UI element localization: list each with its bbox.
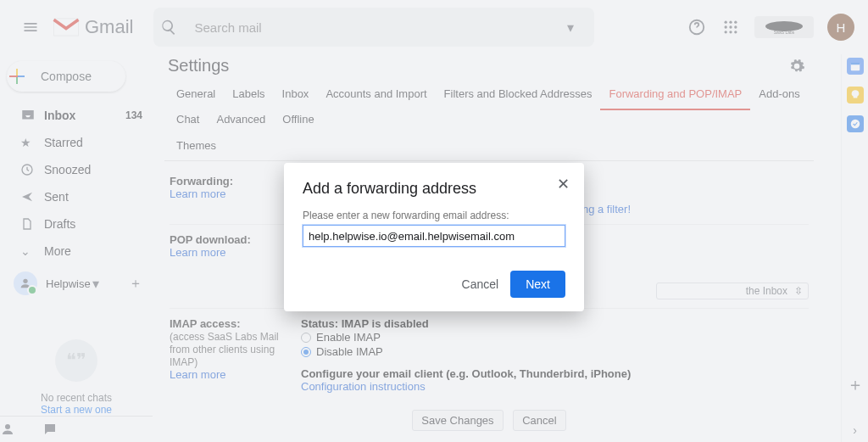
tab-accounts[interactable]: Accounts and Import	[317, 84, 435, 109]
nav-more[interactable]: ⌄ More	[0, 238, 153, 265]
svg-point-17	[850, 120, 860, 129]
imap-learn-more-link[interactable]: Learn more	[170, 368, 225, 381]
hide-side-panel-button[interactable]: ›	[853, 418, 857, 442]
nav-label: Starred	[44, 136, 83, 149]
compose-label: Compose	[41, 70, 92, 83]
svg-point-14	[5, 424, 10, 429]
nav-label: Sent	[44, 190, 69, 204]
tab-themes[interactable]: Themes	[168, 134, 810, 160]
folder-nav: Inbox 134 ★ Starred Snoozed Sent Drafts …	[0, 102, 153, 265]
gmail-logo[interactable]: Gmail	[51, 16, 133, 38]
save-changes-button[interactable]: Save Changes	[412, 410, 503, 431]
nav-count: 134	[125, 109, 142, 121]
tasks-addon-icon[interactable]	[847, 115, 864, 132]
left-sidebar: Compose Inbox 134 ★ Starred Snoozed Sent	[0, 54, 153, 442]
forwarding-heading: Forwarding:	[170, 175, 233, 187]
svg-point-1	[725, 21, 727, 24]
keep-addon-icon[interactable]	[847, 87, 864, 104]
search-icon[interactable]	[160, 19, 194, 36]
svg-point-7	[725, 31, 727, 33]
search-options-icon[interactable]: ▾	[554, 20, 587, 36]
search-input[interactable]	[194, 20, 554, 35]
hangouts-header: Helpwise ▾ ＋	[0, 265, 153, 299]
imap-status: Status: IMAP is disabled	[301, 317, 809, 330]
clock-icon	[20, 163, 44, 176]
pop-learn-more-link[interactable]: Learn more	[170, 246, 225, 259]
tab-inbox[interactable]: Inbox	[274, 84, 318, 109]
hangouts-status-dropdown-icon[interactable]: ▾	[92, 276, 99, 292]
forwarding-learn-more-link[interactable]: Learn more	[170, 187, 225, 200]
hangouts-contacts-tab[interactable]	[0, 422, 42, 437]
nav-label: More	[44, 244, 71, 258]
pop-heading: POP download:	[170, 233, 251, 246]
tab-chat[interactable]: Chat	[168, 109, 208, 134]
avatar-initial: H	[837, 20, 846, 35]
imap-hint: (access SaaS Labs Mail from other client…	[170, 331, 279, 368]
hangouts-name: Helpwise	[46, 277, 91, 290]
add-forwarding-dialog: ✕ Add a forwarding address Please enter …	[284, 163, 584, 311]
svg-point-13	[23, 279, 27, 283]
chat-start-new-link[interactable]: Start a new one	[0, 404, 153, 416]
file-icon	[20, 217, 44, 231]
radio-icon	[301, 333, 311, 343]
new-chat-button[interactable]: ＋	[129, 275, 142, 293]
tab-addons[interactable]: Add-ons	[750, 84, 808, 109]
dialog-next-button[interactable]: Next	[510, 271, 565, 298]
nav-sent[interactable]: Sent	[0, 183, 153, 210]
dialog-close-button[interactable]: ✕	[550, 171, 576, 197]
dialog-subtitle: Please enter a new forwarding email addr…	[303, 210, 565, 221]
dialog-title: Add a forwarding address	[303, 180, 565, 198]
svg-text:SaaS Labs: SaaS Labs	[774, 30, 795, 35]
tab-labels[interactable]: Labels	[224, 84, 273, 109]
svg-rect-16	[850, 63, 860, 64]
support-button[interactable]	[680, 10, 714, 44]
chevron-down-icon: ⌄	[20, 244, 44, 258]
nav-starred[interactable]: ★ Starred	[0, 129, 153, 156]
nav-drafts[interactable]: Drafts	[0, 210, 153, 238]
account-avatar[interactable]: H	[827, 14, 854, 41]
svg-point-3	[734, 21, 737, 24]
radio-checked-icon	[301, 347, 311, 357]
hangouts-chat-tab[interactable]	[42, 422, 85, 437]
tab-general[interactable]: General	[168, 84, 224, 109]
svg-point-8	[729, 31, 732, 33]
page-title: Settings	[168, 56, 229, 76]
tab-offline[interactable]: Offline	[274, 109, 322, 134]
tab-advanced[interactable]: Advanced	[208, 109, 274, 134]
imap-enable-radio[interactable]: Enable IMAP	[301, 330, 809, 344]
hangouts-empty-state: ❝❞ No recent chats Start a new one	[0, 339, 153, 416]
tab-forwarding[interactable]: Forwarding and POP/IMAP	[600, 84, 750, 110]
inbox-icon	[20, 108, 44, 123]
gmail-logo-text: Gmail	[85, 16, 133, 38]
svg-point-5	[729, 25, 732, 28]
google-apps-button[interactable]	[714, 10, 748, 44]
settings-tabs: General Labels Inbox Accounts and Import…	[164, 79, 814, 161]
hangouts-avatar[interactable]	[14, 271, 37, 295]
chat-empty-text: No recent chats	[0, 392, 153, 404]
forwarding-email-input[interactable]	[303, 225, 565, 247]
svg-point-9	[734, 31, 737, 33]
configuration-instructions-link[interactable]: Configuration instructions	[301, 380, 426, 393]
svg-point-4	[725, 25, 727, 28]
tab-filters[interactable]: Filters and Blocked Addresses	[436, 84, 601, 109]
compose-button[interactable]: Compose	[7, 61, 125, 92]
send-icon	[20, 190, 44, 204]
nav-label: Snoozed	[44, 163, 91, 176]
imap-disable-radio[interactable]: Disable IMAP	[301, 344, 809, 359]
search-bar[interactable]: ▾	[153, 8, 594, 47]
calendar-addon-icon[interactable]	[847, 58, 864, 75]
pop-keep-select[interactable]: the Inbox ⇳	[656, 283, 809, 299]
imap-configure-heading: Configure your email client (e.g. Outloo…	[301, 367, 809, 380]
pop-select-value: the Inbox	[746, 285, 787, 297]
setting-row-imap: IMAP access: (access SaaS Labs Mail from…	[170, 309, 809, 401]
nav-snoozed[interactable]: Snoozed	[0, 156, 153, 183]
main-menu-button[interactable]	[14, 10, 47, 44]
chevron-up-down-icon: ⇳	[794, 285, 803, 297]
nav-inbox[interactable]: Inbox 134	[0, 102, 153, 129]
dialog-cancel-button[interactable]: Cancel	[462, 277, 499, 291]
settings-gear-button[interactable]	[788, 58, 805, 75]
get-addons-button[interactable]: ＋	[847, 373, 864, 396]
cancel-settings-button[interactable]: Cancel	[513, 410, 565, 431]
imap-enable-label: Enable IMAP	[316, 331, 381, 344]
svg-point-6	[734, 25, 737, 28]
